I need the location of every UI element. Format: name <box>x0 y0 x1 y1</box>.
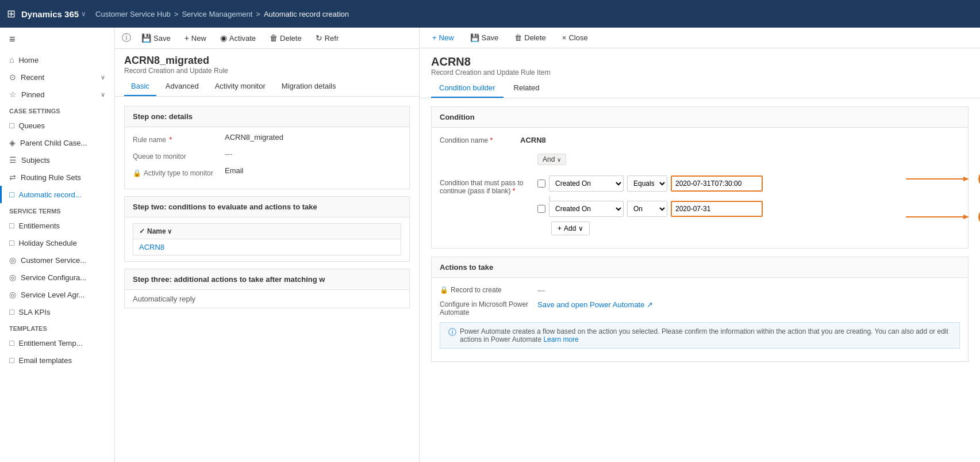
sidebar-item-holiday-schedule[interactable]: □ Holiday Schedule <box>0 234 114 251</box>
left-panel: ⓘ 💾 Save + New ◉ Activate 🗑 Delete <box>115 28 420 462</box>
delete-button[interactable]: 🗑 Delete <box>266 31 305 45</box>
sidebar-item-routing-rule-sets[interactable]: ⇄ Routing Rule Sets <box>0 169 114 186</box>
add-condition-button[interactable]: + Add ∨ <box>551 222 590 235</box>
tab-condition-builder[interactable]: Condition builder <box>431 79 504 98</box>
case-settings-label: Case Settings <box>0 103 114 117</box>
tab-basic[interactable]: Basic <box>124 77 156 96</box>
svg-marker-3 <box>963 215 969 219</box>
right-header: ACRN8 Record Creation and Update Rule It… <box>420 48 980 79</box>
sidebar-item-email-templates[interactable]: □ Email templates <box>0 352 114 369</box>
nav-separator-1: > <box>174 10 179 18</box>
condition-value-input-1[interactable] <box>671 175 763 192</box>
condition-checkbox-1[interactable] <box>537 180 545 188</box>
right-delete-button[interactable]: 🗑 Delete <box>511 31 549 44</box>
connector-line <box>549 196 960 201</box>
sidebar-item-queues[interactable]: □ Queues <box>0 117 114 134</box>
rule-name-value: ACRN8_migrated <box>225 133 283 142</box>
condition-required: * <box>513 187 516 195</box>
save-label: Save <box>153 34 171 43</box>
sidebar-item-parent-child[interactable]: ◈ Parent Child Case... <box>0 134 114 151</box>
sidebar-item-subjects[interactable]: ☰ Subjects <box>0 151 114 169</box>
sidebar-item-label-subjects: Subjects <box>21 156 50 165</box>
actions-panel-header: Actions to take <box>432 257 968 278</box>
condition-panel-header: Condition <box>432 107 968 128</box>
rule-name-required: * <box>169 136 172 144</box>
condition-name-label: Condition name * <box>440 136 514 144</box>
routing-icon: ⇄ <box>9 173 16 182</box>
annotation-b: b <box>906 209 980 225</box>
sidebar-item-sla-kpis[interactable]: □ SLA KPIs <box>0 303 114 320</box>
condition-operator-dropdown-2[interactable]: On <box>627 201 667 217</box>
sidebar-item-customer-service[interactable]: ◎ Customer Service... <box>0 251 114 269</box>
list-item-acrn8[interactable]: ACRN8 <box>133 239 401 255</box>
templates-label: Templates <box>0 320 114 334</box>
condition-field-dropdown-1[interactable]: Created On <box>549 175 624 192</box>
save-open-power-automate-label: Save and open Power Automate <box>537 300 644 309</box>
step-two-section: Step two: conditions to evaluate and act… <box>124 196 410 262</box>
parent-child-icon: ◈ <box>9 138 16 147</box>
learn-more-link[interactable]: Learn more <box>543 335 578 343</box>
automatic-icon: □ <box>9 190 14 199</box>
refresh-button[interactable]: ↻ Refr <box>312 31 343 45</box>
sidebar-item-home[interactable]: ⌂ Home <box>0 51 114 68</box>
sidebar-item-entitlement-temp[interactable]: □ Entitlement Temp... <box>0 334 114 352</box>
actions-panel-body: 🔒Record to create --- Configure in Micro… <box>432 278 968 361</box>
right-new-button[interactable]: + New <box>429 31 458 44</box>
step-one-body: Rule name * ACRN8_migrated Queue to moni… <box>125 127 409 189</box>
record-lock-icon: 🔒 <box>440 286 448 294</box>
condition-label-area: Condition that must pass to continue (pa… <box>440 175 960 235</box>
service-configura-icon: ◎ <box>9 273 16 282</box>
sidebar-item-label-entitlements: Entitlements <box>18 222 60 230</box>
sidebar-item-pinned[interactable]: ☆ Pinned ∨ <box>0 86 114 103</box>
condition-operator-dropdown-1[interactable]: Equals <box>627 175 667 192</box>
configure-power-automate-label: Configure in Microsoft Power Automate <box>440 300 532 316</box>
sidebar-item-service-configura[interactable]: ◎ Service Configura... <box>0 269 114 286</box>
step-three-body: Automatically reply <box>125 290 409 308</box>
sidebar-item-label-queues: Queues <box>18 121 45 130</box>
and-badge[interactable]: And ∨ <box>537 154 566 165</box>
new-button[interactable]: + New <box>181 31 210 45</box>
pinned-icon: ☆ <box>9 90 17 99</box>
svg-marker-1 <box>963 177 969 181</box>
nav-service-management[interactable]: Service Management <box>182 10 252 18</box>
step-one-title: Step one: details <box>133 112 193 121</box>
sidebar-item-label-parent-child: Parent Child Case... <box>20 139 87 147</box>
condition-field-dropdown-2[interactable]: Created On <box>549 201 624 217</box>
right-save-label: Save <box>482 33 499 42</box>
condition-value-input-2[interactable] <box>671 201 763 217</box>
power-automate-info-bar: ⓘ Power Automate creates a flow based on… <box>440 322 960 349</box>
right-save-button[interactable]: 💾 Save <box>467 31 502 44</box>
tab-advanced[interactable]: Advanced <box>159 77 206 96</box>
save-open-power-automate-link[interactable]: Save and open Power Automate ↗ <box>537 300 653 309</box>
step-three-header: Step three: additional actions to take a… <box>125 269 409 290</box>
tab-activity-monitor[interactable]: Activity monitor <box>208 77 272 96</box>
configure-power-automate-value: Save and open Power Automate ↗ <box>537 300 653 309</box>
activity-type-value: Email <box>225 166 244 175</box>
left-form-header: ACRN8_migrated Record Creation and Updat… <box>115 49 419 77</box>
activate-button[interactable]: ◉ Activate <box>217 31 259 45</box>
sidebar-item-label-entitlement-temp: Entitlement Temp... <box>18 339 82 348</box>
right-close-button[interactable]: × Close <box>559 31 591 44</box>
sidebar-item-recent[interactable]: ⊙ Recent ∨ <box>0 68 114 86</box>
right-tabs: Condition builder Related <box>420 79 980 98</box>
sidebar-item-automatic-record[interactable]: □ Automatic record... <box>0 186 114 203</box>
nav-separator-2: > <box>256 10 260 18</box>
hamburger-icon[interactable]: ≡ <box>0 28 114 51</box>
tab-related[interactable]: Related <box>506 79 548 98</box>
right-close-label: Close <box>568 33 587 42</box>
activate-icon: ◉ <box>220 33 227 43</box>
new-label: New <box>191 34 206 43</box>
list-item-label: ACRN8 <box>139 243 164 251</box>
condition-checkbox-2[interactable] <box>537 205 545 213</box>
save-button[interactable]: 💾 Save <box>138 31 174 45</box>
app-chevron-icon[interactable]: ∨ <box>81 10 86 18</box>
sidebar-item-label-service-configura: Service Configura... <box>21 273 86 282</box>
sidebar-item-service-level-agr[interactable]: ◎ Service Level Agr... <box>0 286 114 303</box>
sidebar-item-label-email-templates: Email templates <box>18 356 71 365</box>
rule-name-label: Rule name * <box>133 133 225 144</box>
sidebar-item-entitlements[interactable]: □ Entitlements <box>0 217 114 234</box>
tab-migration-details[interactable]: Migration details <box>275 77 343 96</box>
grid-icon[interactable]: ⊞ <box>7 7 16 20</box>
nav-customer-service-hub[interactable]: Customer Service Hub <box>95 10 171 18</box>
sidebar-item-label-service-level: Service Level Agr... <box>21 291 84 299</box>
